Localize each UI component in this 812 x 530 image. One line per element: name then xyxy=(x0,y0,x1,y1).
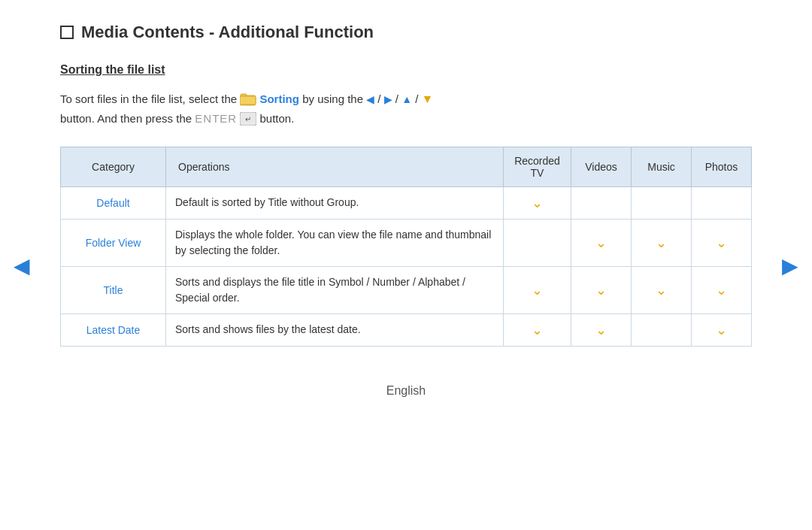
cell-operations: Default is sorted by Title without Group… xyxy=(166,186,504,219)
cell-music: ⌄ xyxy=(632,219,692,266)
cell-photos: ⌄ xyxy=(692,266,752,313)
desc-part3: button. And then press the xyxy=(60,112,192,125)
cell-category: Latest Date xyxy=(61,313,166,346)
title-text: Media Contents - Additional Function xyxy=(81,23,374,42)
cell-category: Default xyxy=(61,186,166,219)
table-row: Folder ViewDisplays the whole folder. Yo… xyxy=(61,219,752,266)
table-row: DefaultDefault is sorted by Title withou… xyxy=(61,186,752,219)
svg-rect-3 xyxy=(240,96,256,104)
folder-icon xyxy=(240,92,256,106)
th-operations: Operations xyxy=(166,147,504,186)
cell-recorded-tv: ⌄ xyxy=(504,186,571,219)
arrow-right-icon: ▶ xyxy=(384,93,392,105)
desc-part2: by using the xyxy=(302,92,363,105)
description: To sort files in the file list, select t… xyxy=(60,89,752,129)
checkmark-icon: ⌄ xyxy=(532,323,543,338)
nav-arrow-left[interactable]: ◀ xyxy=(14,253,30,277)
desc-part4: button. xyxy=(260,112,295,125)
nav-arrow-right[interactable]: ▶ xyxy=(782,253,798,277)
cell-category: Folder View xyxy=(61,219,166,266)
cell-recorded-tv: ⌄ xyxy=(504,266,571,313)
cell-operations: Sorts and shows files by the latest date… xyxy=(166,313,504,346)
footer-language: English xyxy=(60,384,752,398)
th-music: Music xyxy=(632,147,692,186)
checkmark-icon: ⌄ xyxy=(595,283,607,298)
checkmark-icon: ⌄ xyxy=(532,195,543,210)
page-title: Media Contents - Additional Function xyxy=(60,23,752,42)
cell-videos: ⌄ xyxy=(571,266,632,313)
th-recorded-tv: RecordedTV xyxy=(504,147,571,186)
cell-photos: ⌄ xyxy=(692,313,752,346)
cell-videos: ⌄ xyxy=(571,219,632,266)
checkmark-icon: ⌄ xyxy=(716,323,727,338)
checkmark-icon: ⌄ xyxy=(532,283,543,298)
cell-videos: ⌄ xyxy=(571,313,632,346)
enter-word: ENTER xyxy=(195,112,237,125)
checkmark-icon: ⌄ xyxy=(716,283,727,298)
desc-part1: To sort files in the file list, select t… xyxy=(60,92,237,105)
th-photos: Photos xyxy=(692,147,752,186)
cell-operations: Displays the whole folder. You can view … xyxy=(166,219,504,266)
checkmark-icon: ⌄ xyxy=(656,235,667,250)
cell-music xyxy=(632,186,692,219)
svg-text:↵: ↵ xyxy=(245,115,251,123)
checkmark-icon: ⌄ xyxy=(716,235,727,250)
enter-icon: ↵ xyxy=(240,112,256,126)
cell-music xyxy=(632,313,692,346)
table-row: Latest DateSorts and shows files by the … xyxy=(61,313,752,346)
arrow-left-icon: ◀ xyxy=(366,93,374,105)
table-row: TitleSorts and displays the file title i… xyxy=(61,266,752,313)
checkmark-icon: ⌄ xyxy=(595,323,607,338)
cell-videos xyxy=(571,186,632,219)
section-title: Sorting the file list xyxy=(60,63,752,77)
cell-photos xyxy=(692,186,752,219)
sorting-word: Sorting xyxy=(259,92,299,105)
cell-recorded-tv: ⌄ xyxy=(504,313,571,346)
cell-category: Title xyxy=(61,266,166,313)
th-category: Category xyxy=(61,147,166,186)
title-checkbox xyxy=(60,26,74,39)
th-videos: Videos xyxy=(571,147,632,186)
sort-table: Category Operations RecordedTV Videos Mu… xyxy=(60,147,752,347)
cell-music: ⌄ xyxy=(632,266,692,313)
arrow-down-icon: ▼ xyxy=(422,92,434,105)
checkmark-icon: ⌄ xyxy=(656,283,667,298)
cell-operations: Sorts and displays the file title in Sym… xyxy=(166,266,504,313)
arrow-up-icon: ▲ xyxy=(401,93,412,105)
checkmark-icon: ⌄ xyxy=(595,235,607,250)
cell-recorded-tv xyxy=(504,219,571,266)
cell-photos: ⌄ xyxy=(692,219,752,266)
